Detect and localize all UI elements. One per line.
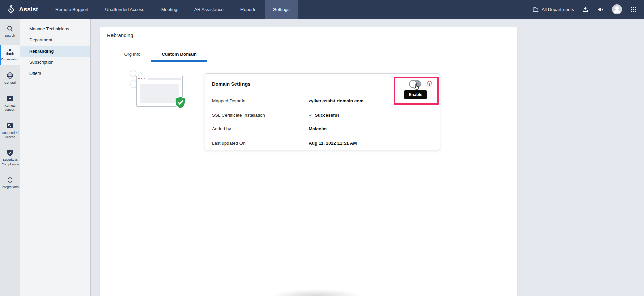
nav-item-reports[interactable]: Reports: [232, 0, 265, 19]
sidebar-item-security-compliance[interactable]: Security & Compliance: [0, 146, 20, 169]
sidebar-item-label: Organization: [1, 57, 20, 61]
settings-submenu: Manage Technicians Department Rebranding…: [20, 19, 91, 296]
sidebar-item-integrations[interactable]: Integrations: [0, 173, 20, 192]
globe-icon: [1, 72, 20, 79]
top-navbar: Assist Remote Support Unattended Access …: [0, 0, 644, 19]
domain-settings-card: Domain Settings: [205, 73, 440, 150]
card-title: Domain Settings: [212, 81, 250, 87]
tab-bar: Org Info Custom Domain: [114, 43, 516, 61]
success-check-icon: ✓: [309, 112, 313, 118]
browser-dot-gray2: [144, 78, 145, 79]
submenu-item-rebranding[interactable]: Rebranding: [20, 46, 90, 57]
sidebar-item-remote-support[interactable]: Remote support: [0, 91, 20, 115]
hand-cursor-icon: [413, 83, 420, 91]
card-actions: [409, 80, 433, 88]
rebranding-panel: Rebranding Org Info Custom Domain: [100, 27, 518, 296]
row-value: Aug 11, 2022 11:51 AM: [300, 136, 440, 150]
browser-window-graphic: [136, 76, 183, 107]
sidebar-item-label: Unattended Access: [1, 131, 20, 139]
nav-separator: [524, 0, 524, 19]
table-row-last-updated: Last updated On Aug 11, 2022 11:51 AM: [205, 136, 440, 150]
domain-illustration: [128, 69, 188, 114]
tab-custom-domain[interactable]: Custom Domain: [151, 49, 207, 61]
nav-item-settings[interactable]: Settings: [265, 0, 298, 19]
table-row-added-by: Added by Malcolm: [205, 122, 440, 136]
delete-domain-icon[interactable]: [426, 80, 433, 87]
last-updated-value: Aug 11, 2022 11:51 AM: [309, 141, 357, 146]
department-label: All Departments: [542, 7, 574, 12]
submenu-item-department[interactable]: Department: [20, 34, 90, 46]
browser-dot-gray1: [141, 78, 142, 79]
user-avatar[interactable]: [612, 4, 622, 14]
security-shield-icon: [1, 149, 20, 156]
row-value: ✓ Successful: [300, 108, 440, 122]
sidebar-item-search[interactable]: Search: [0, 22, 20, 41]
sidebar-item-label: Integrations: [1, 185, 20, 189]
row-label: Added by: [205, 126, 300, 131]
download-icon[interactable]: [582, 6, 589, 13]
building-icon: [533, 6, 539, 13]
page-title: Rebranding: [107, 32, 133, 38]
added-by-value: Malcolm: [309, 126, 327, 131]
sidebar-item-label: Remote support: [1, 103, 20, 112]
row-label: Last updated On: [205, 141, 300, 146]
nav-item-meeting[interactable]: Meeting: [153, 0, 186, 19]
app-grid-icon[interactable]: [630, 6, 637, 13]
brand-name: Assist: [19, 6, 38, 13]
mapped-domain-value: zylker.assist-domain.com: [309, 98, 364, 103]
submenu-item-subscription[interactable]: Subscription: [20, 57, 90, 68]
browser-titlebar: [137, 76, 182, 81]
browser-dot-red: [138, 78, 140, 79]
assist-logo-icon: [7, 5, 16, 14]
enable-tooltip: Enable: [404, 90, 427, 99]
browser-address-bar-graphic: [148, 78, 181, 80]
organization-icon: [1, 48, 20, 56]
icon-sidebar: Search Organization General: [0, 19, 20, 296]
panel-header: Rebranding: [100, 27, 517, 43]
content-area: Rebranding Org Info Custom Domain: [91, 19, 644, 296]
row-label: SSL Certificate Installation: [205, 113, 300, 118]
search-icon: [1, 25, 20, 32]
unattended-access-icon: [1, 122, 20, 129]
integrations-icon: [1, 176, 20, 184]
enable-toggle[interactable]: [409, 80, 421, 88]
nav-item-ar-assistance[interactable]: AR Assistance: [186, 0, 232, 19]
sidebar-item-unattended-access[interactable]: Unattended Access: [0, 119, 20, 142]
sidebar-item-label: Search: [1, 34, 20, 38]
table-row-ssl-certificate: SSL Certificate Installation ✓ Successfu…: [205, 108, 440, 122]
department-selector[interactable]: All Departments: [533, 6, 574, 13]
bottom-shadow-artifact: [259, 287, 374, 296]
tooltip-text: Enable: [409, 92, 422, 97]
announcement-icon[interactable]: [597, 6, 604, 13]
row-value: Malcolm: [300, 122, 440, 136]
app-brand[interactable]: Assist: [0, 0, 47, 19]
submenu-item-offers[interactable]: Offers: [20, 68, 90, 79]
submenu-item-manage-technicians[interactable]: Manage Technicians: [20, 23, 90, 34]
tab-org-info[interactable]: Org Info: [114, 49, 151, 61]
sidebar-item-general[interactable]: General: [0, 68, 20, 88]
nav-item-remote-support[interactable]: Remote Support: [47, 0, 97, 19]
verified-shield-icon: [174, 96, 186, 109]
row-label: Mapped Domain: [205, 98, 300, 103]
nav-right-group: All Departments: [524, 0, 644, 19]
nav-item-unattended-access[interactable]: Unattended Access: [97, 0, 153, 19]
ssl-status-value: Successful: [315, 113, 339, 118]
sidebar-item-label: Security & Compliance: [1, 158, 20, 166]
sidebar-item-label: General: [1, 81, 20, 85]
remote-support-icon: [1, 95, 20, 102]
browser-body-graphic: [140, 84, 179, 103]
sidebar-item-organization[interactable]: Organization: [0, 45, 20, 64]
